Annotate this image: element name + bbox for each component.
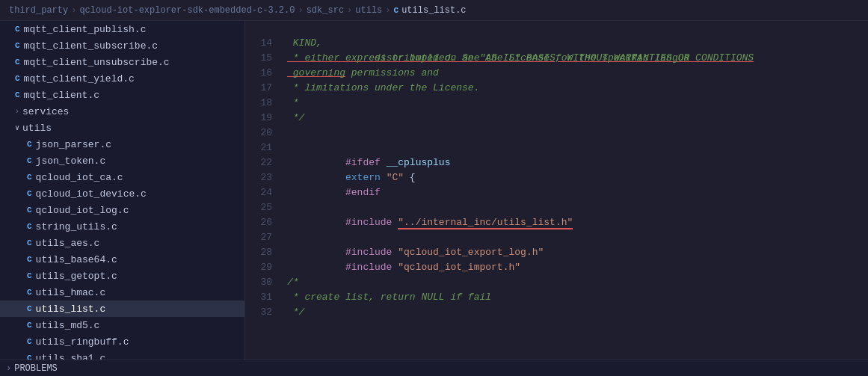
code-content: distributed on an "AS IS" BASIS, WITHOUT… (278, 21, 868, 360)
folder-label: utils (22, 123, 52, 134)
sidebar-item-label: utils_md5.c (36, 320, 100, 331)
breadcrumb-sep: › (385, 5, 390, 16)
sidebar-item-label: mqtt_client_yield.c (24, 73, 135, 84)
problems-label[interactable]: PROBLEMS (14, 363, 58, 374)
sidebar-folder-utils[interactable]: ∨ utils (0, 120, 244, 136)
breadcrumb-part[interactable]: third_party (9, 5, 68, 16)
collapsed-arrow-icon: › (15, 108, 19, 116)
line-num: 19 (254, 111, 272, 126)
code-line: governing permissions and (287, 66, 859, 81)
sidebar-item-utils-hmac[interactable]: C utils_hmac.c (0, 284, 244, 301)
code-line-include-underline: #include "../internal_inc/utils_list.h" (287, 200, 859, 215)
sidebar-item-utils-base64[interactable]: C utils_base64.c (0, 251, 244, 268)
sidebar-item-label: mqtt_client.c (24, 90, 99, 101)
sidebar-item-label: mqtt_client_publish.c (24, 24, 147, 35)
breadcrumb-part[interactable]: sdk_src (307, 5, 344, 16)
c-badge-icon: C (15, 41, 20, 50)
sidebar-folder-services[interactable]: › services (0, 103, 244, 120)
line-num: 22 (254, 155, 272, 170)
line-num: 14 (254, 36, 272, 51)
c-badge-icon: C (27, 271, 32, 280)
line-num: 15 (254, 51, 272, 66)
code-line: #endif (287, 170, 859, 185)
sidebar-item-label: mqtt_client_subscribe.c (24, 40, 158, 52)
line-num: 28 (254, 245, 272, 260)
breadcrumb-sep: › (347, 5, 352, 16)
code-line (287, 185, 859, 200)
sidebar-item-string-utils[interactable]: C string_utils.c (0, 218, 244, 235)
sidebar-item-label: json_token.c (36, 155, 106, 167)
sidebar-item-json-parser[interactable]: C json_parser.c (0, 136, 244, 152)
code-line: distributed on an "AS IS" BASIS, WITHOUT… (287, 21, 859, 36)
sidebar-item-utils-getopt[interactable]: C utils_getopt.c (0, 268, 244, 284)
chevron-icon: › (6, 363, 11, 374)
breadcrumb-sep: › (298, 5, 303, 16)
breadcrumb-current-file: utils_list.c (401, 5, 466, 16)
line-num: 16 (254, 66, 272, 81)
sidebar-item-utils-md5[interactable]: C utils_md5.c (0, 317, 244, 333)
sidebar-item-mqtt-subscribe[interactable]: C mqtt_client_subscribe.c (0, 37, 244, 54)
c-badge-icon: C (15, 58, 20, 67)
line-num: 29 (254, 260, 272, 275)
code-line: * limitations under the License. (287, 81, 859, 96)
breadcrumb-bar: third_party › qcloud-iot-explorer-sdk-em… (0, 0, 868, 21)
sidebar-item-mqtt-publish[interactable]: C mqtt_client_publish.c (0, 21, 244, 37)
line-num: 23 (254, 170, 272, 185)
sidebar-item-mqtt-yield[interactable]: C mqtt_client_yield.c (0, 70, 244, 87)
line-num: 24 (254, 185, 272, 200)
main-area: C mqtt_client_publish.c C mqtt_client_su… (0, 21, 868, 360)
sidebar-item-qcloud-iot-device[interactable]: C qcloud_iot_device.c (0, 185, 244, 202)
line-numbers: 14 15 16 17 18 19 20 21 22 23 24 25 26 2… (245, 21, 278, 360)
c-badge-icon: C (27, 206, 32, 215)
c-badge-icon: C (15, 74, 20, 83)
sidebar-item-label: utils_ringbuff.c (36, 336, 129, 348)
c-badge-icon: C (27, 354, 32, 360)
sidebar-item-label: string_utils.c (36, 221, 117, 232)
line-num: 26 (254, 215, 272, 230)
sidebar-item-label: utils_list.c (36, 303, 106, 315)
c-badge-icon: C (27, 337, 32, 346)
code-area: 14 15 16 17 18 19 20 21 22 23 24 25 26 2… (245, 21, 868, 360)
c-badge-icon: C (27, 222, 32, 231)
sidebar-item-label: utils_base64.c (36, 254, 117, 265)
line-num: 21 (254, 141, 272, 155)
code-line: */ (287, 305, 859, 320)
code-line (287, 215, 859, 230)
code-editor[interactable]: 14 15 16 17 18 19 20 21 22 23 24 25 26 2… (245, 21, 868, 360)
line-num: 32 (254, 305, 272, 320)
sidebar-item-label: mqtt_client_unsubscribe.c (24, 57, 170, 68)
c-badge-icon: C (15, 90, 20, 99)
c-badge-icon: C (27, 304, 32, 313)
folder-label: services (22, 106, 69, 117)
sidebar-item-utils-list[interactable]: C utils_list.c (0, 301, 244, 317)
sidebar-item-utils-ringbuff[interactable]: C utils_ringbuff.c (0, 333, 244, 350)
code-line: #ifdef __cplusplus (287, 141, 859, 155)
line-num: 17 (254, 81, 272, 96)
c-badge-icon: C (27, 140, 32, 149)
sidebar-item-qcloud-iot-ca[interactable]: C qcloud_iot_ca.c (0, 169, 244, 185)
sidebar-item-utils-sha1[interactable]: C utils_sha1.c (0, 350, 244, 360)
sidebar-item-utils-aes[interactable]: C utils_aes.c (0, 235, 244, 251)
line-num: 20 (254, 126, 272, 141)
sidebar-item-label: utils_hmac.c (36, 287, 106, 298)
breadcrumb-part[interactable]: utils (355, 5, 382, 16)
sidebar-item-qcloud-iot-log[interactable]: C qcloud_iot_log.c (0, 202, 244, 218)
code-line: #include "qcloud_iot_import.h" (287, 245, 859, 260)
code-line (287, 260, 859, 275)
sidebar-item-mqtt-unsubscribe[interactable]: C mqtt_client_unsubscribe.c (0, 54, 244, 70)
sidebar-item-label: qcloud_iot_ca.c (36, 172, 123, 183)
sidebar-item-label: json_parser.c (36, 139, 111, 150)
sidebar-item-json-token[interactable]: C json_token.c (0, 152, 244, 169)
code-line: /* (287, 275, 859, 290)
sidebar-item-label: utils_sha1.c (36, 353, 106, 360)
c-badge-icon: C (27, 238, 32, 247)
c-badge-icon: C (27, 173, 32, 182)
sidebar-item-mqtt-client[interactable]: C mqtt_client.c (0, 87, 244, 103)
line-num (254, 21, 272, 36)
line-num: 31 (254, 290, 272, 305)
code-line: #include "qcloud_iot_export_log.h" (287, 230, 859, 245)
sidebar: C mqtt_client_publish.c C mqtt_client_su… (0, 21, 245, 360)
breadcrumb-part[interactable]: qcloud-iot-explorer-sdk-embedded-c-3.2.0 (79, 5, 295, 16)
breadcrumb-sep: › (71, 5, 76, 16)
code-line: KIND, (287, 36, 859, 51)
